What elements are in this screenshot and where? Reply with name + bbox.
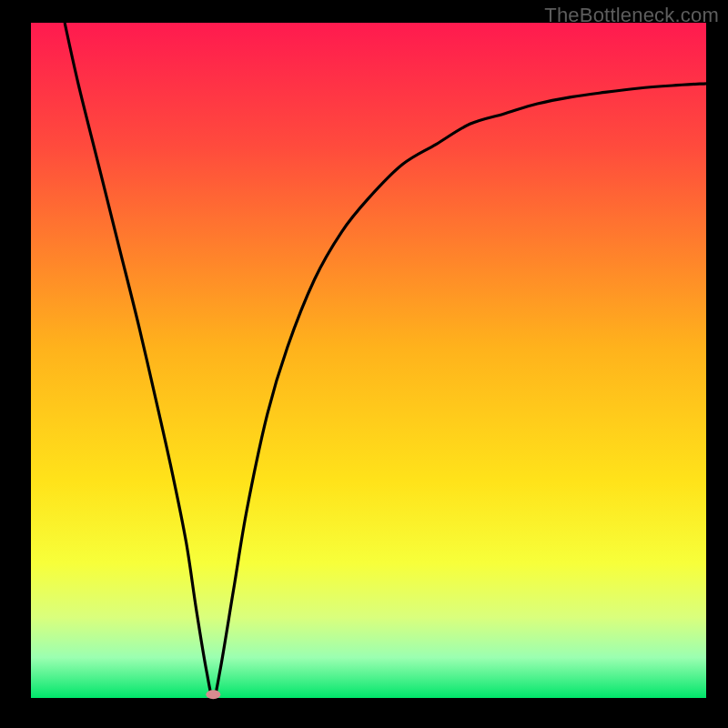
chart-frame: TheBottleneck.com	[0, 0, 728, 728]
plot-area	[31, 23, 706, 698]
optimal-point-marker	[206, 690, 220, 699]
watermark-text: TheBottleneck.com	[544, 4, 719, 27]
bottleneck-curve	[31, 23, 706, 698]
curve-path	[65, 23, 706, 698]
